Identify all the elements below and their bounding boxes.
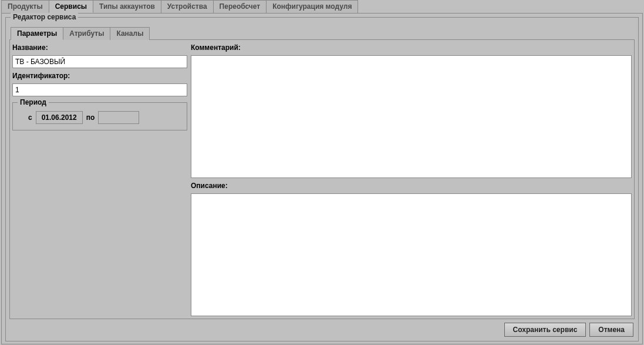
right-column: Комментарий: Описание:: [191, 42, 632, 316]
tab-products[interactable]: Продукты: [1, 0, 49, 13]
left-column: Название: Идентификатор: Период с по: [12, 42, 187, 316]
tab-recalc[interactable]: Переобсчет: [213, 0, 267, 13]
tab-account-types[interactable]: Типы аккаунтов: [93, 0, 161, 13]
main-panel: Редактор сервиса Параметры Атрибуты Кана…: [1, 13, 643, 344]
period-from-input[interactable]: [36, 111, 83, 124]
cancel-button[interactable]: Отмена: [589, 323, 633, 337]
period-from-label: с: [18, 113, 32, 122]
tab-channels[interactable]: Каналы: [110, 27, 150, 40]
tab-module-config[interactable]: Конфигурация модуля: [266, 0, 358, 13]
period-title: Период: [18, 98, 49, 106]
editor-tabs: Параметры Атрибуты Каналы: [9, 27, 635, 40]
main-tabs: Продукты Сервисы Типы аккаунтов Устройст…: [0, 0, 644, 13]
tab-devices[interactable]: Устройства: [161, 0, 214, 13]
description-textarea[interactable]: [191, 193, 632, 316]
description-label: Описание:: [191, 180, 632, 191]
period-to-label: по: [86, 113, 95, 122]
name-input[interactable]: [12, 55, 187, 68]
id-label: Идентификатор:: [12, 71, 187, 81]
button-row: Сохранить сервис Отмена: [9, 319, 635, 337]
period-to-input[interactable]: [98, 111, 139, 124]
tab-parameters[interactable]: Параметры: [11, 27, 63, 40]
tab-services[interactable]: Сервисы: [49, 0, 93, 13]
service-editor-title: Редактор сервиса: [11, 13, 78, 21]
comment-textarea[interactable]: [191, 55, 632, 178]
name-label: Название:: [12, 42, 187, 53]
comment-label: Комментарий:: [191, 42, 632, 53]
period-group: Период с по: [12, 102, 187, 130]
parameters-panel: Название: Идентификатор: Период с по Ком…: [9, 39, 635, 319]
save-button[interactable]: Сохранить сервис: [504, 323, 586, 337]
tab-attributes[interactable]: Атрибуты: [63, 27, 110, 40]
id-input[interactable]: [12, 83, 187, 96]
service-editor-group: Редактор сервиса Параметры Атрибуты Кана…: [5, 17, 639, 341]
